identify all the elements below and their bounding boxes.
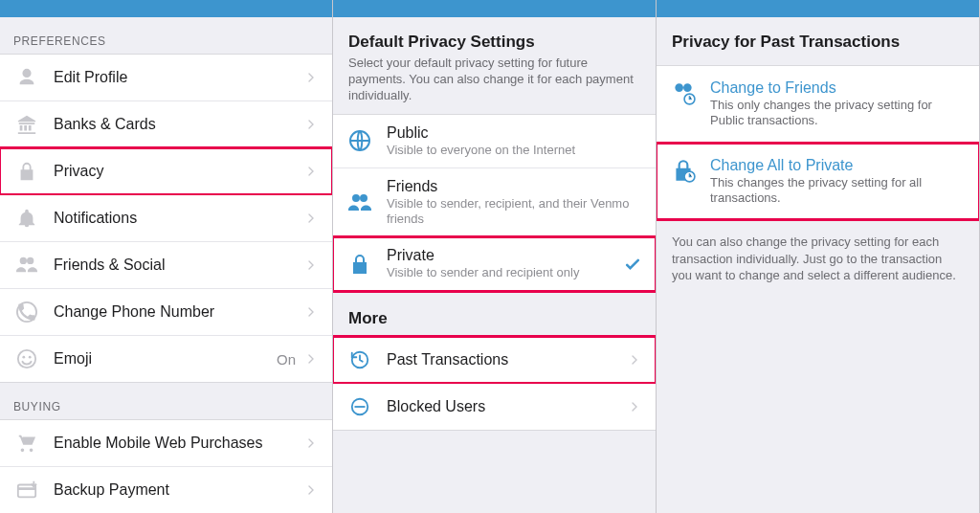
chevron-right-icon (303, 164, 319, 179)
cart-icon (13, 430, 40, 457)
row-label: Backup Payment (54, 481, 303, 499)
backup-card-icon (13, 477, 40, 503)
row-label: Privacy (54, 163, 303, 180)
phone-icon (13, 299, 40, 325)
row-label: Banks & Cards (54, 116, 303, 133)
row-label: Change Phone Number (54, 303, 303, 321)
bell-icon (13, 205, 40, 232)
chevron-right-icon (303, 482, 319, 498)
option-label: Public (387, 124, 642, 142)
lock-clock-icon (670, 157, 697, 184)
privacy-subtext: Select your default privacy setting for … (333, 56, 656, 114)
action-sublabel: This only changes the privacy setting fo… (710, 98, 966, 129)
past-transactions-pane: Privacy for Past Transactions Change to … (657, 0, 980, 513)
action-sublabel: This changes the privacy setting for all… (710, 175, 966, 207)
row-mobile-web-purchases[interactable]: Enable Mobile Web Purchases (0, 420, 332, 467)
row-past-transactions[interactable]: Past Transactions (333, 337, 656, 384)
check-icon (623, 255, 642, 274)
chevron-right-icon (303, 211, 319, 226)
buying-list: Enable Mobile Web Purchases Backup Payme… (0, 419, 332, 513)
row-label: Notifications (54, 210, 303, 227)
past-tx-heading: Privacy for Past Transactions (657, 17, 979, 56)
option-friends[interactable]: Friends Visible to sender, recipient, an… (333, 168, 656, 238)
row-friends-social[interactable]: Friends & Social (0, 242, 332, 289)
buying-header: BUYING (0, 383, 332, 419)
row-backup-payment[interactable]: Backup Payment (0, 467, 332, 513)
past-tx-actions: Change to Friends This only changes the … (657, 65, 979, 220)
row-notifications[interactable]: Notifications (0, 195, 332, 242)
option-sublabel: Visible to everyone on the Internet (387, 143, 642, 158)
preferences-header: PREFERENCES (0, 17, 332, 54)
chevron-right-icon (303, 70, 319, 85)
privacy-heading: Default Privacy Settings (333, 17, 656, 56)
blocked-icon (346, 393, 373, 420)
preferences-list: Edit Profile Banks & Cards Privacy Notif… (0, 54, 332, 383)
history-icon (346, 346, 373, 373)
chevron-right-icon (303, 351, 319, 367)
lock-icon (346, 251, 373, 278)
row-emoji[interactable]: Emoji On (0, 336, 332, 382)
person-icon (13, 64, 40, 91)
chevron-right-icon (627, 399, 642, 414)
row-change-phone[interactable]: Change Phone Number (0, 289, 332, 336)
lock-icon (13, 158, 40, 185)
row-privacy[interactable]: Privacy (0, 148, 332, 195)
navbar (333, 0, 656, 17)
row-label: Past Transactions (387, 351, 627, 368)
people-icon (346, 190, 373, 216)
navbar (0, 0, 332, 17)
action-change-all-private[interactable]: Change All to Private This changes the p… (657, 144, 979, 220)
option-sublabel: Visible to sender, recipient, and their … (387, 196, 642, 228)
row-value: On (277, 351, 296, 368)
option-sublabel: Visible to sender and recipient only (387, 265, 623, 280)
globe-icon (346, 127, 373, 154)
option-label: Friends (387, 178, 642, 195)
action-label: Change All to Private (710, 157, 966, 174)
row-blocked-users[interactable]: Blocked Users (333, 384, 656, 430)
chevron-right-icon (303, 304, 319, 320)
row-label: Emoji (54, 350, 277, 368)
action-label: Change to Friends (710, 79, 966, 97)
option-private[interactable]: Private Visible to sender and recipient … (333, 237, 656, 290)
footnote: You can also change the privacy setting … (657, 220, 979, 298)
people-icon (13, 252, 40, 279)
bank-icon (13, 111, 40, 138)
row-label: Edit Profile (54, 69, 303, 86)
navbar (657, 0, 979, 17)
privacy-options: Public Visible to everyone on the Intern… (333, 114, 656, 292)
row-label: Friends & Social (54, 256, 303, 274)
more-header: More (333, 292, 656, 336)
option-public[interactable]: Public Visible to everyone on the Intern… (333, 115, 656, 168)
action-change-to-friends[interactable]: Change to Friends This only changes the … (657, 66, 979, 144)
people-clock-icon (670, 79, 697, 106)
chevron-right-icon (303, 117, 319, 132)
chevron-right-icon (627, 352, 642, 368)
chevron-right-icon (303, 257, 319, 273)
settings-pane: PREFERENCES Edit Profile Banks & Cards P… (0, 0, 333, 513)
row-banks-cards[interactable]: Banks & Cards (0, 101, 332, 148)
chevron-right-icon (303, 435, 319, 451)
emoji-icon (13, 346, 40, 372)
privacy-pane: Default Privacy Settings Select your def… (333, 0, 657, 513)
row-edit-profile[interactable]: Edit Profile (0, 55, 332, 101)
option-label: Private (387, 247, 623, 264)
more-list: Past Transactions Blocked Users (333, 336, 656, 431)
row-label: Enable Mobile Web Purchases (54, 435, 303, 452)
row-label: Blocked Users (387, 398, 627, 415)
